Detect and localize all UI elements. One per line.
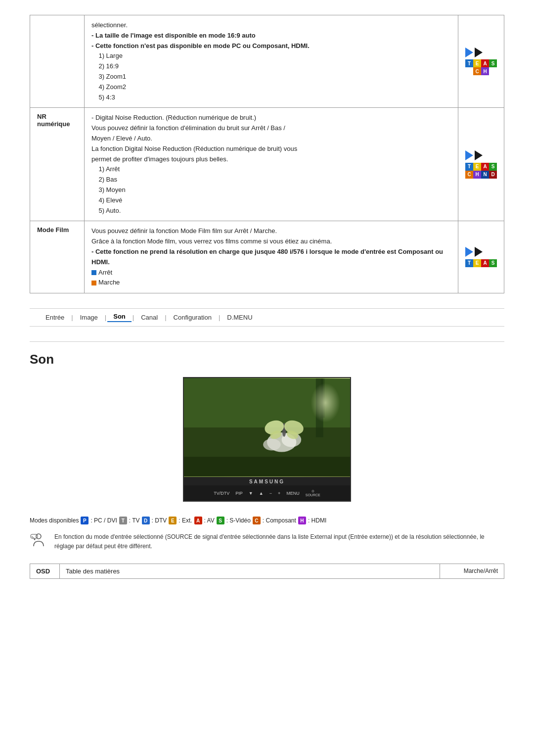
btn-minus[interactable]: −	[267, 490, 275, 497]
nav-item-son[interactable]: Son	[107, 313, 132, 322]
badge-p: P	[81, 517, 89, 524]
modefilm-marche: Marche	[91, 279, 120, 286]
icon-cell-teas-chd: T E A S C H N D	[458, 108, 504, 221]
bottom-table-col3: Marche/Arrêt	[440, 564, 504, 578]
svg-point-4	[263, 439, 281, 451]
arrow-dark	[475, 47, 483, 57]
feature-table: sélectionner. - La taille de l'image est…	[30, 15, 504, 293]
mode-label-d: : DTV	[152, 517, 167, 524]
nr-desc: - Digital Noise Reduction. (Réduction nu…	[91, 114, 297, 214]
letter-E-mf: E	[473, 259, 481, 267]
nav-sep-5: |	[218, 314, 221, 321]
btn-plus[interactable]: +	[275, 490, 283, 497]
person-icon-svg	[30, 532, 47, 550]
svg-point-14	[34, 539, 36, 540]
info-text-content: En fonction du mode d'entrée sélectionné…	[54, 532, 504, 551]
svg-rect-12	[184, 457, 350, 476]
table-row-imagesize: sélectionner. - La taille de l'image est…	[30, 15, 504, 108]
svg-point-16	[32, 536, 33, 537]
tv-scene-svg	[184, 378, 350, 477]
letter-S-mf: S	[489, 259, 497, 267]
letter-T-mf: T	[465, 259, 473, 267]
teas-badge-nr: T E A S C H N D	[465, 163, 497, 179]
modes-line: Modes disponibles P : PC / DVI T : TV D …	[30, 517, 504, 524]
row-content-modefilm: Vous pouvez définir la fonction Mode Fil…	[85, 221, 458, 293]
play-arrows-nr	[465, 150, 497, 160]
btn-source[interactable]: ⊙ SOURCE	[303, 488, 323, 498]
modes-label: Modes disponibles	[30, 517, 79, 524]
letter-S-nr: S	[489, 163, 497, 171]
letter-S: S	[489, 59, 497, 67]
nav-sep-4: |	[164, 314, 167, 321]
letter-H-nr: H	[473, 171, 481, 179]
tv-container: SAMSUNG TV/DTV PIP ▼ ▲ − + MENU ⊙ SOURCE	[30, 377, 504, 502]
badge-c: C	[253, 517, 261, 524]
row-content-nr: - Digital Noise Reduction. (Réduction nu…	[85, 108, 458, 221]
letter-A: A	[481, 59, 489, 67]
letter-A-mf: A	[481, 259, 489, 267]
row-label-modefilm: Mode Film	[30, 221, 85, 293]
letter-E-nr: E	[473, 163, 481, 171]
label-modefilm: Mode Film	[37, 226, 69, 234]
teas-badge-mf: T E A S	[465, 259, 497, 267]
badge-a: A	[194, 517, 202, 524]
nav-sep-1: |	[70, 314, 74, 321]
nav-item-dmenu[interactable]: D.MENU	[221, 314, 258, 321]
badge-e: E	[169, 517, 177, 524]
bottom-table: OSD Table des matières Marche/Arrêt	[30, 564, 504, 579]
icon-cell-teas-ch: T E A S C H	[458, 15, 504, 108]
btn-pip[interactable]: PIP	[232, 490, 246, 497]
bottom-table-row: OSD Table des matières Marche/Arrêt	[30, 564, 504, 578]
mode-label-s: : S-Vidéo	[226, 517, 251, 524]
svg-rect-11	[321, 378, 325, 418]
btn-menu[interactable]: MENU	[283, 490, 303, 497]
arrow-dark-mf	[475, 247, 483, 257]
btn-down[interactable]: ▼	[246, 490, 256, 497]
osd-label-cell: OSD	[30, 564, 60, 578]
row-label-nr: NR numérique	[30, 108, 85, 221]
mode-label-h: : HDMI	[308, 517, 326, 524]
tv-brand-label: SAMSUNG	[184, 477, 350, 485]
mode-label-a: : AV	[204, 517, 215, 524]
arrow-blue-nr	[465, 150, 473, 160]
nav-sep-2: |	[104, 314, 107, 321]
nav-bar: Entrée | Image | Son | Canal | Configura…	[30, 308, 504, 327]
play-arrows	[465, 47, 497, 57]
letter-H: H	[481, 67, 489, 75]
text-taille: - La taille de l'image est disponible en…	[91, 32, 256, 39]
info-icon-figure	[30, 532, 47, 550]
svg-rect-10	[316, 378, 323, 437]
letter-T: T	[465, 59, 473, 67]
nav-item-image[interactable]: Image	[74, 314, 104, 321]
nav-item-configuration[interactable]: Configuration	[168, 314, 218, 321]
modefilm-arret: Arrêt	[91, 269, 112, 276]
btn-up[interactable]: ▲	[256, 490, 267, 497]
mode-label-t: : TV	[129, 517, 140, 524]
bottom-table-col2: Table des matières	[60, 564, 440, 578]
letter-C: C	[473, 67, 481, 75]
mode-label-e: : Ext.	[178, 517, 192, 524]
letter-C-nr: C	[465, 171, 473, 179]
info-box: En fonction du mode d'entrée sélectionné…	[30, 532, 504, 551]
table-row-nr: NR numérique - Digital Noise Reduction. …	[30, 108, 504, 221]
badge-s: S	[217, 517, 224, 524]
arrow-dark-nr	[475, 150, 483, 160]
text-fonction-pc: - Cette fonction n'est pas disponible en…	[91, 42, 310, 49]
letter-E: E	[473, 59, 481, 67]
row-label-empty	[30, 15, 85, 108]
badge-t: T	[119, 517, 127, 524]
nav-item-entree[interactable]: Entrée	[40, 314, 70, 321]
icon-cell-teas-mf: T E A S	[458, 221, 504, 293]
label-nr-bottom: numérique	[37, 120, 70, 128]
letter-D-nr: D	[489, 171, 497, 179]
btn-tvdtv[interactable]: TV/DTV	[211, 490, 232, 497]
letter-A-nr: A	[481, 163, 489, 171]
modefilm-desc: Vous pouvez définir la fonction Mode Fil…	[91, 227, 443, 265]
letter-T-nr: T	[465, 163, 473, 171]
tv-screen	[184, 378, 350, 477]
label-nr-top: NR	[37, 113, 46, 120]
text-selectionner: sélectionner.	[91, 21, 128, 29]
text-options-img: 1) Large 2) 16:9 3) Zoom1 4) Zoom2 5) 4:…	[91, 52, 126, 100]
row-content-imagesize: sélectionner. - La taille de l'image est…	[85, 15, 458, 108]
nav-item-canal[interactable]: Canal	[135, 314, 164, 321]
